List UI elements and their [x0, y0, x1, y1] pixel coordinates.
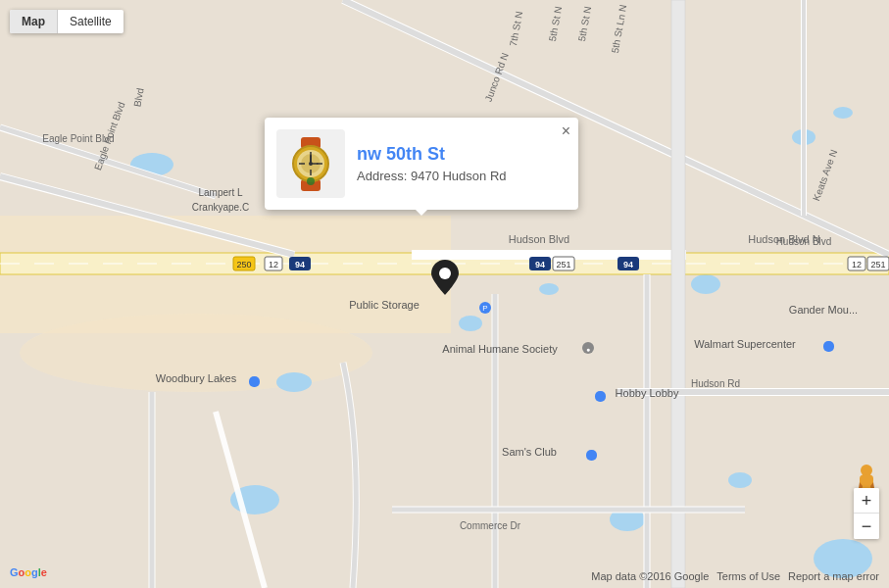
svg-text:Walmart Supercenter: Walmart Supercenter [694, 338, 796, 350]
map-type-satellite-button[interactable]: Satellite [58, 10, 123, 33]
svg-text:12: 12 [269, 260, 278, 270]
svg-text:Commerce Dr: Commerce Dr [460, 520, 521, 531]
svg-text:94: 94 [623, 260, 633, 270]
map-data-text: Map data ©2016 Google [591, 570, 709, 582]
svg-text:Public Storage: Public Storage [349, 299, 420, 311]
svg-rect-74 [595, 391, 606, 402]
svg-point-96 [307, 177, 315, 185]
svg-rect-76 [586, 450, 597, 461]
svg-text:251: 251 [556, 260, 570, 270]
map-container[interactable]: 94 12 250 94 251 94 12 251 Public Storag… [0, 0, 889, 588]
google-logo: Google [10, 566, 47, 578]
svg-point-13 [728, 472, 752, 488]
svg-text:Sam's Club: Sam's Club [502, 446, 557, 458]
svg-text:94: 94 [295, 260, 305, 270]
svg-text:Woodbury Lakes: Woodbury Lakes [156, 372, 237, 384]
info-window-image [276, 129, 345, 198]
info-window-address: Address: 9470 Hudson Rd [357, 169, 567, 183]
svg-text:Hobby Lobby: Hobby Lobby [616, 387, 679, 399]
svg-point-4 [276, 372, 312, 392]
svg-text:250: 250 [236, 260, 251, 270]
zoom-controls: + − [854, 488, 879, 539]
svg-text:Lampert L: Lampert L [198, 187, 242, 198]
svg-point-8 [691, 274, 720, 294]
svg-rect-19 [671, 0, 685, 588]
info-window-close-button[interactable]: × [562, 123, 570, 139]
svg-point-7 [539, 283, 559, 295]
info-window-address-label: Address: [357, 169, 407, 183]
info-window: × [265, 118, 578, 210]
svg-point-97 [439, 268, 451, 279]
zoom-out-button[interactable]: − [854, 514, 879, 539]
svg-text:Gander Mou...: Gander Mou... [789, 304, 858, 316]
svg-text:Hudson Rd: Hudson Rd [691, 378, 740, 389]
zoom-in-button[interactable]: + [854, 488, 879, 514]
map-footer: Map data ©2016 Google Terms of Use Repor… [591, 570, 879, 582]
map-type-map-button[interactable]: Map [10, 10, 58, 33]
svg-text:Animal Humane Society: Animal Humane Society [442, 343, 558, 355]
info-window-title: nw 50th St [357, 144, 567, 165]
svg-point-10 [833, 107, 853, 119]
svg-text:Crankyape.C: Crankyape.C [192, 202, 249, 213]
info-window-address-value: 9470 Hudson Rd [411, 169, 507, 183]
svg-text:251: 251 [870, 260, 885, 270]
svg-point-95 [309, 162, 313, 166]
svg-rect-75 [823, 341, 834, 352]
svg-rect-77 [249, 376, 260, 387]
map-type-control: Map Satellite [10, 10, 123, 33]
svg-text:Hudson Blvd: Hudson Blvd [509, 233, 569, 245]
location-pin-icon [431, 260, 459, 295]
svg-text:94: 94 [535, 260, 545, 270]
svg-text:12: 12 [852, 260, 862, 270]
info-window-text: nw 50th St Address: 9470 Hudson Rd [357, 144, 567, 183]
svg-text:Hudson Blvd: Hudson Blvd [776, 236, 832, 247]
watch-icon [279, 132, 343, 196]
terms-of-use-link[interactable]: Terms of Use [716, 570, 780, 582]
map-pin[interactable] [431, 260, 459, 295]
svg-point-6 [459, 316, 482, 331]
svg-text:Eagle Point Blvd: Eagle Point Blvd [42, 133, 114, 144]
report-map-error-link[interactable]: Report a map error [788, 570, 879, 582]
svg-text:●: ● [586, 346, 590, 353]
svg-text:P: P [482, 304, 487, 313]
